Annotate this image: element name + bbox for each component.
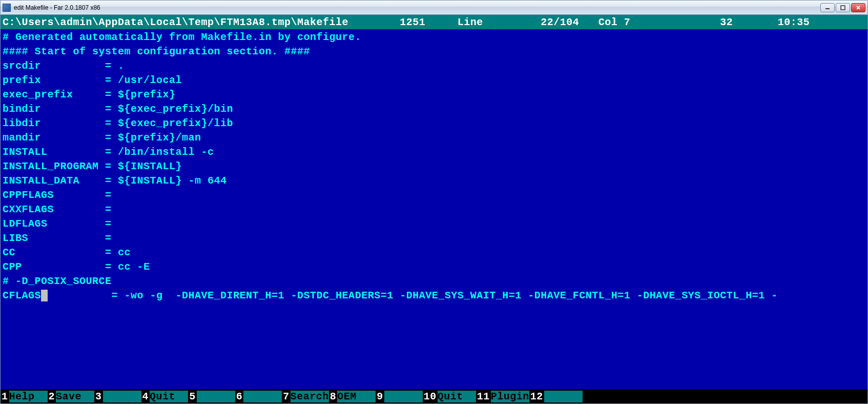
key-save[interactable]: Save [56,391,94,402]
codepage: 1251 [400,16,425,28]
editor-line: LDFLAGS = [3,217,865,231]
editor-line: prefix = /usr/local [3,73,865,88]
editor-statusbar: C:\Users\admin\AppData\Local\Temp\FTM13A… [1,15,867,29]
editor-line: #### Start of system configuration secti… [3,45,865,59]
key-help[interactable]: Help [9,391,48,402]
editor-line: INSTALL_PROGRAM = ${INSTALL} [3,159,865,174]
editor-line: CPP = cc -E [3,260,865,274]
col-label: Col [598,16,618,28]
editor-line: # -D_POSIX_SOURCE [3,274,865,289]
key-search[interactable]: Search [291,391,329,402]
key-number: 7 [282,391,291,402]
key-f9[interactable] [384,391,423,402]
editor-line: srcdir = . [3,59,865,73]
key-quit2[interactable]: Quit [438,391,476,402]
key-number: 8 [329,391,338,402]
key-quit[interactable]: Quit [150,391,188,402]
app-icon [3,4,11,12]
editor-line: # Generated automatically from Makefile.… [3,30,865,45]
editor-line: INSTALL_DATA = ${INSTALL} -m 644 [3,174,865,188]
function-keybar: 1Help 2Save 3 4Quit 5 6 7Search8OEM 9 10… [1,389,867,403]
column-number: 7 [624,16,631,28]
editor-line: CPPFLAGS = [3,188,865,203]
close-button[interactable] [851,3,865,12]
minimize-button[interactable] [820,3,835,12]
editor-line: CFLAGS = -wo -g -DHAVE_DIRENT_H=1 -DSTDC… [3,289,865,303]
app-window: edit Makefile - Far 2.0.1807 x86 C:\User… [0,0,868,404]
key-number: 12 [529,391,544,402]
key-number: 5 [188,391,197,402]
editor-line: exec_prefix = ${prefix} [3,88,865,102]
terminal-area: C:\Users\admin\AppData\Local\Temp\FTM13A… [1,15,867,403]
file-path: C:\Users\admin\AppData\Local\Temp\FTM13A… [3,16,348,28]
key-f3[interactable] [103,391,141,402]
editor-line: libdir = ${exec_prefix}/lib [3,116,865,131]
line-position: 22/104 [541,16,579,28]
window-title: edit Makefile - Far 2.0.1807 x86 [14,4,820,11]
maximize-button[interactable] [836,3,850,12]
editor-line: bindir = ${exec_prefix}/bin [3,102,865,116]
key-f6[interactable] [243,391,282,402]
key-number: 2 [48,391,56,402]
key-number: 4 [141,391,150,402]
key-number: 10 [423,391,438,402]
window-buttons [820,3,865,12]
key-number: 9 [376,391,384,402]
editor-line: CC = cc [3,246,865,260]
char-code: 32 [720,16,733,28]
key-number: 1 [1,391,9,402]
clock: 10:35 [778,16,810,28]
key-number: 3 [94,391,103,402]
key-f5[interactable] [197,391,235,402]
key-f12[interactable] [544,391,583,402]
key-number: 11 [476,391,491,402]
svg-rect-1 [841,6,845,10]
editor-line: CXXFLAGS = [3,203,865,217]
line-label: Line [458,16,483,28]
editor-viewport[interactable]: # Generated automatically from Makefile.… [1,29,867,389]
editor-line: mandir = ${prefix}/man [3,131,865,145]
editor-line: LIBS = [3,231,865,246]
text-cursor [41,290,48,301]
window-titlebar[interactable]: edit Makefile - Far 2.0.1807 x86 [1,1,867,15]
key-number: 6 [235,391,244,402]
key-plugin[interactable]: Plugin [491,391,529,402]
key-oem[interactable]: OEM [337,391,376,402]
editor-line: INSTALL = /bin/install -c [3,145,865,159]
